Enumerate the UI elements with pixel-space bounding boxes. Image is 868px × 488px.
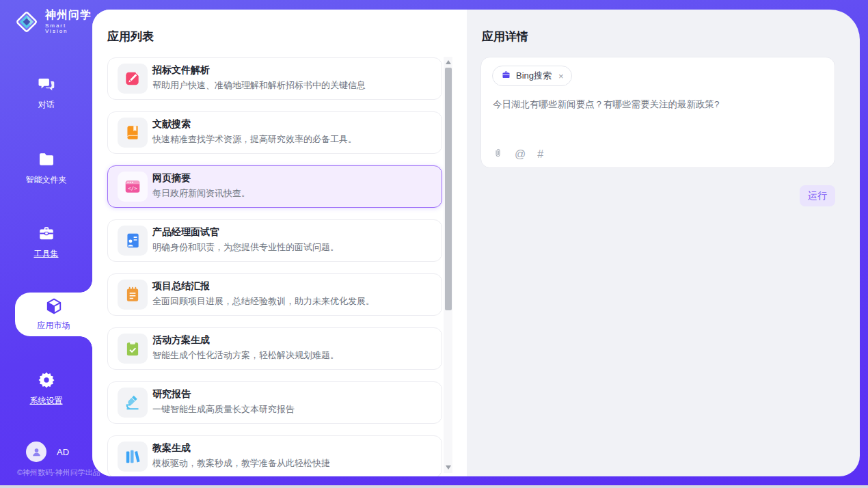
app-card-5[interactable]: 活动方案生成智能生成个性化活动方案，轻松解决规划难题。: [107, 327, 442, 370]
screen: 神州问学 Smart Vision 对话智能文件夹工具集应用市场系统设置 AD …: [0, 0, 868, 488]
app-card-description: 每日政府新闻资讯快查。: [152, 187, 250, 200]
paperclip-icon[interactable]: [493, 147, 503, 162]
chat-icon: [38, 83, 55, 95]
app-card-2[interactable]: </>网页摘要每日政府新闻资讯快查。: [107, 165, 442, 208]
app-card-3[interactable]: 产品经理面试官明确身份和职责，为您提供专业性的面试问题。: [107, 219, 442, 262]
sidebar: 神州问学 Smart Vision 对话智能文件夹工具集应用市场系统设置 AD …: [0, 0, 92, 484]
user-account[interactable]: AD: [26, 442, 69, 462]
sidebar-item-chat[interactable]: 对话: [0, 75, 92, 111]
app-card-description: 模板驱动，教案秒成，教学准备从此轻松快捷: [152, 457, 330, 470]
sidebar-item-smart-folders[interactable]: 智能文件夹: [0, 150, 92, 186]
logo-diamond-icon: [14, 9, 40, 35]
query-text[interactable]: 今日湖北有哪些新闻要点？有哪些需要关注的最新政策?: [493, 98, 720, 111]
content-area: 应用列表 招标文件解析帮助用户快速、准确地理解和解析招标书中的关键信息文献搜索快…: [92, 10, 860, 476]
tool-chip-bing-search[interactable]: Bing搜索 ×: [492, 66, 572, 86]
app-card-title: 文献搜索: [152, 118, 191, 131]
scrollbar[interactable]: [444, 57, 452, 473]
app-card-0[interactable]: 招标文件解析帮助用户快速、准确地理解和解析招标书中的关键信息: [107, 57, 442, 100]
app-card-title: 产品经理面试官: [152, 226, 219, 239]
scroll-up-icon[interactable]: [446, 60, 451, 64]
gear-icon: [38, 379, 55, 391]
hash-icon[interactable]: #: [537, 148, 543, 161]
browser-code-icon: </>: [118, 172, 148, 202]
person-doc-icon: [118, 226, 148, 256]
app-window: 神州问学 Smart Vision 对话智能文件夹工具集应用市场系统设置 AD …: [0, 0, 868, 485]
sidebar-item-system-settings[interactable]: 系统设置: [0, 371, 92, 407]
chip-close-icon[interactable]: ×: [558, 71, 564, 81]
book-icon: [118, 118, 148, 148]
microscope-icon: [118, 388, 148, 418]
books-icon: [118, 442, 148, 472]
clipboard-check-icon: [118, 334, 148, 364]
svg-text:</>: </>: [128, 185, 137, 191]
cube-icon: [45, 306, 63, 317]
app-detail-title: 应用详情: [482, 29, 528, 44]
app-card-title: 招标文件解析: [152, 64, 210, 77]
app-card-4[interactable]: 项目总结汇报全面回顾项目进展，总结经验教训，助力未来优化发展。: [107, 273, 442, 316]
app-card-6[interactable]: 研究报告一键智能生成高质量长文本研究报告: [107, 381, 442, 424]
tool-chip-label: Bing搜索: [516, 70, 552, 82]
logo-title: 神州问学: [45, 10, 92, 21]
toolbox-icon: [38, 232, 55, 244]
sidebar-item-label: 应用市场: [15, 320, 92, 331]
prompt-card[interactable]: Bing搜索 × 今日湖北有哪些新闻要点？有哪些需要关注的最新政策? @#: [480, 57, 835, 168]
sidebar-item-label: 工具集: [0, 248, 92, 260]
app-list: 招标文件解析帮助用户快速、准确地理解和解析招标书中的关键信息文献搜索快速精准查找…: [107, 57, 442, 476]
app-card-description: 明确身份和职责，为您提供专业性的面试问题。: [152, 241, 339, 254]
app-card-title: 项目总结汇报: [152, 280, 210, 293]
app-card-description: 一键智能生成高质量长文本研究报告: [152, 403, 295, 416]
notepad-icon: [118, 280, 148, 310]
user-name: AD: [57, 447, 69, 457]
scrollbar-thumb[interactable]: [445, 68, 452, 310]
sidebar-item-label: 对话: [0, 99, 92, 111]
app-card-title: 活动方案生成: [152, 334, 210, 347]
app-card-title: 教案生成: [152, 442, 191, 455]
document-edit-icon: [118, 64, 148, 94]
avatar: [26, 442, 46, 462]
app-card-description: 全面回顾项目进展，总结经验教训，助力未来优化发展。: [152, 295, 375, 308]
sidebar-item-label: 系统设置: [0, 395, 92, 407]
app-list-title: 应用列表: [107, 29, 154, 44]
copyright-text: ©神州数码·神州问学出品: [17, 467, 100, 478]
app-card-7[interactable]: 教案生成模板驱动，教案秒成，教学准备从此轻松快捷: [107, 435, 442, 476]
app-list-panel: 应用列表 招标文件解析帮助用户快速、准确地理解和解析招标书中的关键信息文献搜索快…: [92, 10, 467, 476]
composer-toolbar: @#: [493, 147, 543, 162]
app-card-description: 快速精准查找学术资源，提高研究效率的必备工具。: [152, 133, 357, 146]
app-card-title: 网页摘要: [152, 172, 191, 185]
logo-subtitle: Smart Vision: [45, 23, 92, 34]
app-card-1[interactable]: 文献搜索快速精准查找学术资源，提高研究效率的必备工具。: [107, 111, 442, 154]
person-icon: [31, 446, 42, 458]
scroll-down-icon[interactable]: [446, 465, 451, 470]
sidebar-item-toolset[interactable]: 工具集: [0, 224, 92, 260]
sidebar-item-app-market[interactable]: 应用市场: [15, 293, 92, 336]
folder-icon: [38, 159, 55, 170]
app-card-description: 帮助用户快速、准确地理解和解析招标书中的关键信息: [152, 79, 366, 92]
app-card-description: 智能生成个性化活动方案，轻松解决规划难题。: [152, 349, 339, 362]
app-logo: 神州问学 Smart Vision: [14, 9, 92, 35]
run-button[interactable]: 运行: [800, 185, 835, 206]
at-icon[interactable]: @: [515, 148, 526, 161]
sidebar-item-label: 智能文件夹: [0, 174, 92, 186]
app-card-title: 研究报告: [152, 388, 191, 401]
briefcase-icon: [501, 70, 511, 83]
